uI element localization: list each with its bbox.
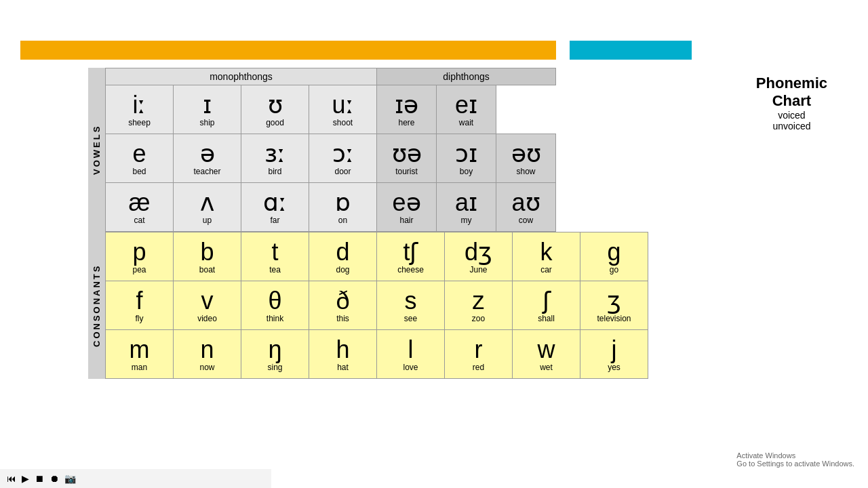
diph-cell-r2-c1: aɪmy: [437, 183, 496, 232]
media-bar: ⏮ ▶ ⏹ ⏺ 📷: [0, 469, 271, 488]
vowel-cell-r0-c2: ʊgood: [241, 85, 309, 134]
media-snapshot-btn[interactable]: 📷: [64, 473, 76, 484]
media-prev-btn[interactable]: ⏮: [7, 473, 16, 484]
consonants-label: CONSONANTS: [88, 232, 105, 379]
cons-cell-r0-c2: ttea: [241, 232, 309, 281]
diph-cell-r1-c2: əʊshow: [496, 134, 556, 183]
cons-cell-r1-c6: ʃshall: [513, 281, 580, 330]
vowel-cell-r0-c1: ɪship: [174, 85, 241, 134]
cons-cell-r0-c3: ddog: [309, 232, 377, 281]
cons-cell-r2-c0: mman: [106, 330, 174, 379]
cons-cell-r1-c0: ffly: [106, 281, 174, 330]
phonemic-chart-label: Phonemic Chart voiced unvoiced: [756, 75, 827, 131]
vowel-cell-r0-c3: uːshoot: [309, 85, 377, 134]
cons-cell-r1-c4: ssee: [377, 281, 445, 330]
consonants-table: ppeabboattteaddogtʃcheesedʒJunekcarggoff…: [105, 232, 648, 379]
cons-cell-r0-c7: ggo: [580, 232, 648, 281]
monophthongs-header: monophthongs: [106, 68, 377, 85]
cons-cell-r2-c1: nnow: [174, 330, 241, 379]
cons-cell-r0-c4: tʃcheese: [377, 232, 445, 281]
vowels-section: VOWELS monophthongs diphthongs iːsheepɪs…: [88, 68, 648, 232]
top-bar-blue: [570, 41, 692, 60]
cons-cell-r0-c1: bboat: [174, 232, 241, 281]
diph-cell-r0-c1: eɪwait: [437, 85, 496, 134]
voiced-label: voiced: [756, 110, 827, 121]
diph-cell-r2-c2: aʊcow: [496, 183, 556, 232]
diph-cell-r2-c0: eəhair: [377, 183, 437, 232]
diph-cell-r1-c1: ɔɪboy: [437, 134, 496, 183]
vowel-cell-r2-c1: ʌup: [174, 183, 241, 232]
windows-line2: Go to Settings to activate Windows.: [736, 460, 854, 468]
cons-cell-r2-c7: jyes: [580, 330, 648, 379]
vowel-cell-r2-c3: ɒon: [309, 183, 377, 232]
vowel-cell-r0-c0: iːsheep: [106, 85, 174, 134]
cons-cell-r2-c5: rred: [445, 330, 513, 379]
vowel-cell-r1-c2: ɜːbird: [241, 134, 309, 183]
cons-cell-r0-c0: ppea: [106, 232, 174, 281]
diph-cell-r1-c0: ʊətourist: [377, 134, 437, 183]
cons-cell-r1-c2: θthink: [241, 281, 309, 330]
vowel-cell-r1-c3: ɔːdoor: [309, 134, 377, 183]
vowel-cell-r2-c2: ɑːfar: [241, 183, 309, 232]
vowels-table: monophthongs diphthongs iːsheepɪshipʊgoo…: [105, 68, 556, 232]
windows-watermark: Activate Windows Go to Settings to activ…: [736, 451, 854, 468]
phonemic-title: Phonemic: [756, 75, 827, 92]
cons-cell-r2-c6: wwet: [513, 330, 580, 379]
vowel-cell-r2-c0: æcat: [106, 183, 174, 232]
diphthongs-header: diphthongs: [377, 68, 556, 85]
media-record-btn[interactable]: ⏺: [50, 473, 59, 484]
vowel-cell-r1-c0: ebed: [106, 134, 174, 183]
cons-cell-r0-c6: kcar: [513, 232, 580, 281]
cons-cell-r1-c1: vvideo: [174, 281, 241, 330]
chart-area: VOWELS monophthongs diphthongs iːsheepɪs…: [88, 68, 648, 379]
consonants-section: CONSONANTS ppeabboattteaddogtʃcheesedʒJu…: [88, 232, 648, 379]
chart-container: VOWELS monophthongs diphthongs iːsheepɪs…: [88, 68, 648, 379]
cons-cell-r2-c4: llove: [377, 330, 445, 379]
cons-cell-r2-c2: ŋsing: [241, 330, 309, 379]
vowels-label: VOWELS: [88, 68, 105, 232]
cons-cell-r1-c3: ðthis: [309, 281, 377, 330]
windows-line1: Activate Windows: [736, 451, 854, 460]
unvoiced-label: unvoiced: [756, 121, 827, 131]
media-stop-btn[interactable]: ⏹: [35, 473, 44, 484]
diph-cell-r0-c0: ɪəhere: [377, 85, 437, 134]
cons-cell-r1-c7: ʒtelevision: [580, 281, 648, 330]
media-play-btn[interactable]: ▶: [22, 473, 29, 484]
top-bar-gold: [20, 41, 556, 60]
phonemic-subtitle: Chart: [756, 92, 827, 110]
cons-cell-r0-c5: dʒJune: [445, 232, 513, 281]
cons-cell-r1-c5: zzoo: [445, 281, 513, 330]
vowel-cell-r1-c1: əteacher: [174, 134, 241, 183]
cons-cell-r2-c3: hhat: [309, 330, 377, 379]
